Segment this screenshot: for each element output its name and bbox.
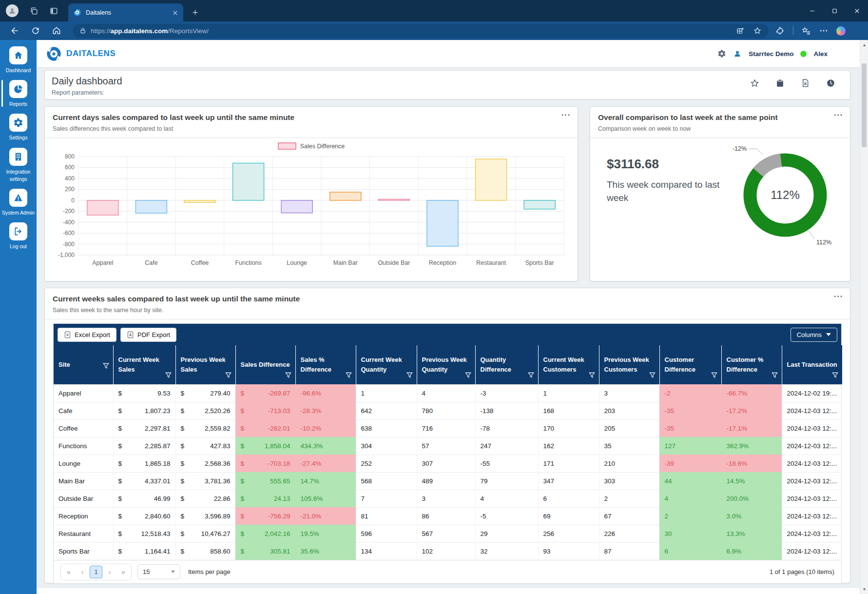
clipboard-icon[interactable] (775, 79, 785, 88)
cell-current_week_quantity: 1 (356, 384, 417, 402)
column-header-last_transaction[interactable]: Last Transaction (782, 345, 842, 384)
scrollbar-thumb[interactable] (862, 63, 867, 147)
account-name[interactable]: Starrtec Demo (749, 50, 793, 58)
column-header-current_week_sales[interactable]: Current Week Sales (113, 345, 175, 384)
cell-current_week_customers: 6 (538, 490, 599, 507)
filter-icon[interactable] (285, 372, 291, 378)
cell-customer_pct_difference: -17.2% (721, 402, 782, 419)
browser-tab[interactable]: Daitalens (68, 3, 183, 21)
column-header-customer_difference[interactable]: Customer Difference (659, 345, 721, 384)
column-header-site[interactable]: Site (54, 345, 113, 384)
sidebar-item-integration-settings[interactable]: Integration settings (0, 148, 37, 183)
favorite-report-icon[interactable] (750, 79, 759, 88)
favorites-bar-icon[interactable] (801, 26, 811, 36)
table-row[interactable]: Outside Bar$46.99$22.86$24.13105.6%73462… (54, 490, 842, 507)
table-row[interactable]: Cafe$1,807.23$2,520.26$-713.03-28.3%6427… (54, 402, 842, 419)
card-menu-button[interactable]: ··· (834, 111, 843, 119)
user-icon[interactable] (733, 49, 742, 58)
prev-page-button[interactable]: ‹ (76, 566, 89, 578)
sidebar-item-log-out[interactable]: Log out (0, 222, 37, 250)
column-header-current_week_quantity[interactable]: Current Week Quantity (356, 345, 417, 384)
filter-icon[interactable] (832, 372, 838, 378)
tab-close-icon[interactable] (172, 9, 178, 16)
filter-icon[interactable] (406, 372, 413, 378)
sidebar-item-system-admin[interactable]: System Admin (0, 189, 37, 217)
column-header-sales_pct_difference[interactable]: Sales % Difference (295, 345, 356, 384)
column-header-previous_week_quantity[interactable]: Previous Week Quantity (417, 345, 475, 384)
sidebar-item-reports[interactable]: Reports (0, 80, 37, 108)
first-page-button[interactable]: « (62, 566, 75, 578)
table-row[interactable]: Main Bar$4,337.01$3,781.36$555.6514.7%56… (54, 472, 842, 490)
current-page-button[interactable]: 1 (90, 566, 102, 578)
chevron-down-icon (826, 333, 831, 336)
excel-export-button[interactable]: Excel Export (58, 328, 116, 342)
column-header-customer_pct_difference[interactable]: Customer % Difference (721, 345, 782, 384)
filter-icon[interactable] (528, 372, 534, 378)
window-maximize-button[interactable] (823, 0, 846, 21)
column-header-previous_week_customers[interactable]: Previous Week Customers (599, 345, 659, 384)
scroll-down-icon[interactable]: ▼ (860, 585, 868, 593)
brand[interactable]: DAITALENS (46, 46, 116, 61)
brand-logo-icon (46, 46, 61, 61)
table-row[interactable]: Lounge$1,865.18$2,568.36$-703.18-27.4%25… (54, 455, 842, 472)
filter-icon[interactable] (165, 372, 172, 378)
cell-customer_difference: -35 (659, 402, 721, 419)
home-browser-icon[interactable] (52, 26, 61, 36)
user-name[interactable]: Alex (813, 50, 828, 58)
filter-icon[interactable] (649, 372, 656, 378)
browser-profile-avatar[interactable] (6, 4, 19, 17)
column-header-quantity_difference[interactable]: Quantity Difference (475, 345, 538, 384)
table-row[interactable]: Restaurant$12,518.43$10,476.27$2,042.161… (54, 525, 842, 542)
next-page-button[interactable]: › (103, 566, 116, 578)
cell-current_week_quantity: 596 (356, 525, 417, 542)
filter-icon[interactable] (225, 372, 231, 378)
refresh-icon[interactable] (31, 26, 40, 36)
filter-icon[interactable] (465, 372, 471, 378)
scroll-up-icon[interactable]: ▲ (860, 41, 868, 49)
column-header-previous_week_sales[interactable]: Previous Week Sales (175, 345, 235, 384)
filter-icon[interactable] (589, 372, 595, 378)
workspaces-icon[interactable] (29, 6, 39, 16)
card-menu-button[interactable]: ··· (561, 111, 571, 119)
window-minimize-button[interactable] (801, 0, 823, 21)
back-icon[interactable] (10, 26, 19, 36)
sidebar-item-dashboard[interactable]: Dashboard (0, 46, 37, 74)
column-header-sales_difference[interactable]: Sales Difference (235, 345, 295, 384)
new-tab-button[interactable] (192, 9, 199, 16)
address-bar[interactable]: https://app.daitalens.com/ReportsView/ (73, 24, 769, 38)
extensions-icon[interactable] (775, 26, 785, 36)
settings-gear-icon[interactable] (717, 49, 726, 58)
table-row[interactable]: Coffee$2,297.81$2,559.82$-262.01-10.2%63… (54, 419, 842, 437)
table-row[interactable]: Reception$2,840.60$3,596.89$-756.29-21.0… (54, 507, 842, 525)
excel-file-icon[interactable] (801, 79, 810, 88)
table-row[interactable]: Functions$2,285.87$427.83$1,858.04434.3%… (54, 437, 842, 455)
lock-icon[interactable] (79, 27, 86, 34)
cell-current_week_sales: $9.53 (113, 384, 175, 402)
favorite-star-icon[interactable] (753, 26, 762, 35)
tab-panel-icon[interactable] (49, 6, 58, 16)
page-size-select[interactable]: 15 (137, 564, 180, 579)
filter-icon[interactable] (711, 372, 717, 378)
clock-icon[interactable] (826, 79, 835, 88)
columns-button[interactable]: Columns (791, 328, 837, 342)
chart-card-title: Current days sales compared to last week… (53, 113, 570, 122)
browser-menu-icon[interactable] (819, 26, 829, 36)
sidebar-item-settings[interactable]: Settings (0, 114, 37, 141)
brand-name: DAITALENS (66, 49, 116, 59)
card-menu-button[interactable]: ··· (834, 292, 843, 301)
filter-icon[interactable] (346, 372, 352, 378)
column-header-current_week_customers[interactable]: Current Week Customers (538, 345, 599, 384)
svg-text:Cafe: Cafe (145, 259, 157, 266)
table-row[interactable]: Sports Bar$1,164.41$858.60$305.8135.6%13… (54, 542, 842, 560)
filter-icon[interactable] (772, 372, 778, 378)
cell-sales_difference: $1,858.04 (235, 437, 295, 455)
table-row[interactable]: Apparel$9.53$279.40$-269.87-96.6%14-313-… (54, 384, 842, 402)
vertical-scrollbar[interactable]: ▲ ▼ (860, 40, 868, 594)
split-screen-icon[interactable] (736, 26, 745, 35)
table-card-subtitle: Sales this week to the same hour by site… (53, 307, 842, 314)
copilot-icon[interactable] (836, 26, 846, 36)
last-page-button[interactable]: » (117, 566, 130, 578)
filter-icon[interactable] (103, 362, 109, 369)
window-close-button[interactable] (846, 0, 868, 21)
pdf-export-button[interactable]: PDF Export (120, 328, 176, 342)
